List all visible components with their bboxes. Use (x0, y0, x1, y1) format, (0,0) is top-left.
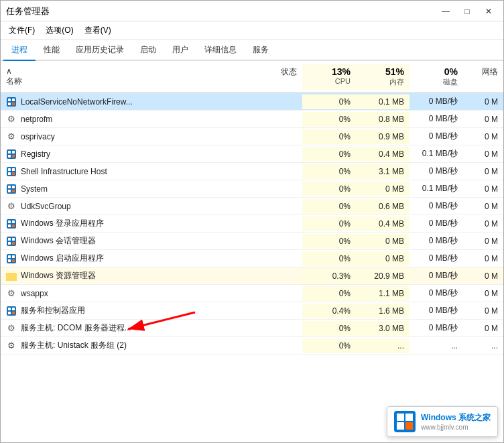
cell-cpu: 0% (302, 94, 356, 109)
table-row[interactable]: ⚙ 服务主机: DCOM 服务器进程... 0% 3.0 MB 0 MB/秒 0… (1, 320, 503, 337)
cell-disk: 0 MB/秒 (410, 267, 463, 284)
cell-net: 0 M (463, 129, 503, 144)
cell-name: ⚙ UdkSvcGroup (1, 198, 249, 214)
svg-rect-43 (12, 312, 15, 314)
watermark: Windows 系统之家 www.bjjmlv.com (387, 406, 498, 437)
cell-net: 0 M (463, 164, 503, 179)
cell-status (249, 186, 302, 192)
cell-status (249, 273, 302, 279)
svg-rect-50 (405, 422, 413, 430)
cell-name: Shell Infrastructure Host (1, 164, 249, 180)
gear-icon: ⚙ (6, 131, 17, 142)
table-row[interactable]: Windows 启动应用程序 0% 0 MB 0 MB/秒 0 M (1, 250, 503, 267)
cell-status (249, 308, 302, 314)
tab-process[interactable]: 进程 (3, 40, 36, 61)
cell-name: Windows 会话管理器 (1, 233, 249, 249)
cell-name: Windows 启动应用程序 (1, 250, 249, 267)
cell-mem: 3.0 MB (356, 321, 410, 336)
table-row[interactable]: 服务和控制器应用 0.4% 1.6 MB 0 MB/秒 0 M (1, 302, 503, 320)
process-icon (6, 184, 17, 194)
cell-name: 服务和控制器应用 (1, 302, 249, 319)
svg-rect-1 (8, 99, 11, 101)
table-row[interactable]: ⚙ wsappx 0% 1.1 MB 0 MB/秒 0 M (1, 285, 503, 302)
cell-status (249, 256, 302, 261)
cell-name: Windows 登录应用程序 (1, 215, 249, 232)
folder-icon (6, 271, 17, 281)
tab-users[interactable]: 用户 (164, 40, 196, 61)
table-row[interactable]: Registry 0% 0.4 MB 0.1 MB/秒 0 M (1, 145, 503, 163)
cell-net: 0 M (463, 216, 503, 231)
svg-rect-42 (8, 312, 11, 314)
cell-disk: 0 MB/秒 (410, 198, 463, 214)
cell-name: ⚙ 服务主机: DCOM 服务器进程... (1, 320, 249, 336)
menu-file[interactable]: 文件(F) (3, 23, 40, 38)
col-mem[interactable]: 51% 内存 (356, 64, 410, 90)
window-controls: — □ ✕ (436, 5, 498, 18)
cell-net: 0 M (463, 251, 503, 266)
svg-rect-27 (12, 238, 15, 241)
cell-net: 0 M (463, 199, 503, 214)
cell-status (249, 291, 302, 296)
maximize-button[interactable]: □ (458, 5, 477, 18)
svg-rect-33 (8, 259, 11, 262)
svg-rect-26 (8, 238, 11, 241)
tab-startup[interactable]: 启动 (132, 40, 164, 61)
svg-rect-28 (8, 242, 11, 245)
table-row[interactable]: ⚙ osprivacy 0% 0.9 MB 0 MB/秒 0 M (1, 128, 503, 145)
cell-net: 0 M (463, 112, 503, 127)
col-status[interactable]: 状态 (249, 64, 302, 90)
svg-rect-4 (12, 103, 15, 105)
col-cpu[interactable]: 13% CPU (302, 64, 356, 90)
cell-cpu: 0% (302, 112, 356, 127)
cell-disk: 0 MB/秒 (410, 111, 463, 127)
watermark-icon (394, 411, 416, 432)
tab-performance[interactable]: 性能 (36, 40, 68, 61)
cell-cpu: 0% (302, 199, 356, 214)
cell-status (249, 221, 302, 227)
minimize-button[interactable]: — (436, 5, 455, 18)
cell-name: ⚙ osprivacy (1, 129, 249, 145)
cell-disk: 0.1 MB/秒 (410, 145, 463, 162)
cell-cpu: 0% (302, 129, 356, 144)
svg-rect-34 (12, 259, 15, 262)
cell-status (249, 117, 302, 122)
table-row[interactable]: Windows 会话管理器 0% 0 MB 0 MB/秒 0 M (1, 233, 503, 250)
cell-status (249, 326, 302, 331)
menu-options[interactable]: 选项(O) (40, 23, 78, 38)
table-row[interactable]: LocalServiceNoNetworkFirew... 0% 0.1 MB … (1, 93, 503, 111)
cell-net: 0 M (463, 286, 503, 301)
tab-details[interactable]: 详细信息 (196, 40, 245, 61)
menu-view[interactable]: 查看(V) (79, 23, 117, 38)
table-row[interactable]: ⚙ netprofm 0% 0.8 MB 0 MB/秒 0 M (1, 111, 503, 128)
col-mem-label: 内存 (389, 77, 404, 87)
cell-cpu: 0% (302, 216, 356, 231)
cell-mem: 0.4 MB (356, 147, 410, 162)
svg-rect-15 (7, 184, 16, 194)
tab-app-history[interactable]: 应用历史记录 (68, 40, 132, 61)
cell-status (249, 239, 302, 244)
table-row[interactable]: Windows 登录应用程序 0% 0.4 MB 0 MB/秒 0 M (1, 215, 503, 233)
cell-mem: 0 MB (356, 234, 410, 249)
table-row[interactable]: System 0% 0 MB 0.1 MB/秒 0 M (1, 180, 503, 198)
svg-rect-0 (7, 97, 16, 107)
cell-disk: 0 MB/秒 (410, 302, 463, 319)
svg-rect-20 (7, 219, 16, 229)
table-row[interactable]: ⚙ UdkSvcGroup 0% 0.6 MB 0 MB/秒 0 M (1, 198, 503, 215)
tab-services[interactable]: 服务 (245, 40, 277, 61)
svg-rect-41 (12, 308, 15, 310)
col-disk[interactable]: 0% 磁盘 (410, 64, 463, 90)
svg-rect-32 (12, 255, 15, 258)
close-button[interactable]: ✕ (479, 5, 498, 18)
col-name[interactable]: ∧ 名称 (1, 64, 249, 90)
col-net[interactable]: 网络 (463, 64, 503, 90)
cell-name: ⚙ wsappx (1, 286, 249, 302)
table-row[interactable]: Windows 资源管理器 0.3% 20.9 MB 0 MB/秒 0 M (1, 267, 503, 285)
cell-status (249, 204, 302, 209)
svg-rect-12 (12, 168, 15, 171)
cell-mem: 0.6 MB (356, 199, 410, 214)
svg-rect-17 (12, 186, 15, 188)
col-mem-percent: 51% (385, 66, 404, 77)
svg-rect-8 (8, 155, 11, 157)
table-row[interactable]: ⚙ 服务主机: Unistack 服务组 (2) 0% ... ... ... (1, 337, 503, 355)
table-row[interactable]: Shell Infrastructure Host 0% 3.1 MB 0 MB… (1, 163, 503, 180)
